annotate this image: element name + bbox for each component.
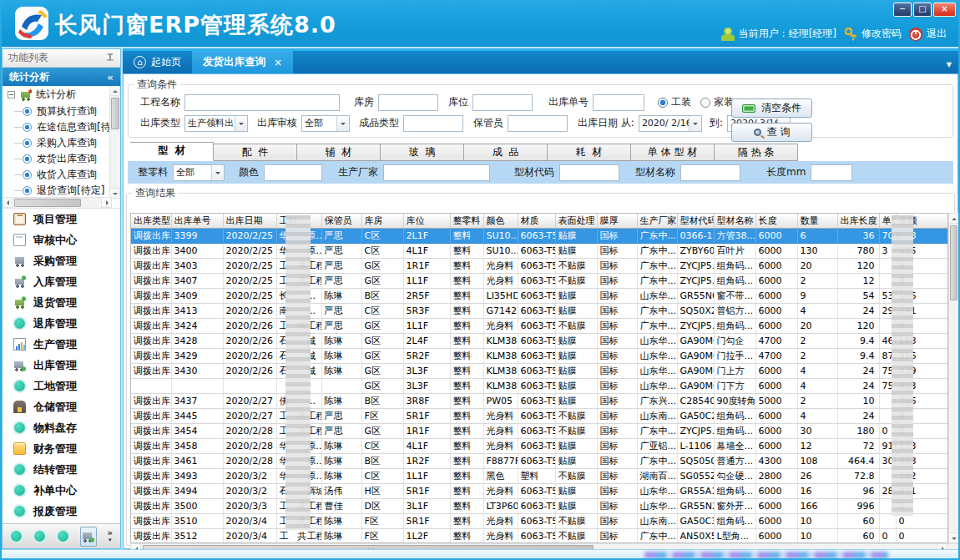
tree-horizontal-scrollbar[interactable] [3,197,111,208]
table-row[interactable]: 调拨出库34582020/2/28华 原..陈琳C区4L1F整料光身料6063-… [131,438,948,453]
column-header[interactable]: 颜色 [483,214,518,228]
profile-name-input[interactable] [680,164,740,181]
table-row[interactable]: 调拨出库34932020/3/2华 原..陈琳C区1L1F整料黑色塑料不贴膜国标… [131,468,948,483]
whole-part-select[interactable]: 全部 [173,164,225,181]
material-tab[interactable]: 玻 璃 [381,144,464,161]
date-from-select[interactable]: 2020/ 2/16 [639,115,702,132]
project-name-input[interactable] [184,94,340,111]
material-tab[interactable]: 辅 材 [297,144,381,161]
collapsed-group-button[interactable] [80,527,97,547]
tree-item[interactable]: 发货出库查询 [3,151,120,167]
circle-icon[interactable] [11,531,22,542]
sidebar-item-site-management[interactable]: 工地管理 [3,376,120,396]
table-row[interactable]: 调拨出库34942020/3/2石 辉城汤伟H区5R1F整料光身料6063-T5… [131,483,948,498]
circle-icon[interactable] [34,531,45,542]
sidebar-item-project-management[interactable]: 项目管理 [3,209,120,230]
column-header[interactable]: 出库单号 [171,214,223,228]
column-header[interactable]: 出库长度 [837,214,879,228]
column-header[interactable]: 生产厂家 [637,214,677,228]
logout-button[interactable]: 退出 [909,27,947,41]
column-header[interactable]: 长度 [755,214,797,228]
radio-gongzhuang[interactable]: 工装 [658,95,691,109]
sidebar-item-finance-management[interactable]: 财务管理 [3,438,120,459]
table-row[interactable]: 调拨出库34612020/2/28华 原..陈琳B区1R2F整料F8877FT6… [131,453,948,468]
tree-item[interactable]: 采购入库查询 [3,135,120,151]
scroll-up-icon[interactable] [948,213,959,224]
sidebar-item-carryover-management[interactable]: 结转管理 [3,459,120,480]
table-row[interactable]: 调拨出库34132020/2/26南 ...严思C区5R3F整料G7142260… [131,303,948,318]
tree-item[interactable]: 预算执行查询 [3,103,120,119]
outbound-audit-select[interactable]: 全部 [301,115,350,132]
table-row[interactable]: 调拨出库34072020/2/25工 共工程严思G区1L1F整料光身料6063-… [131,273,948,288]
configure-buttons-menu[interactable]: » ▾ [108,530,113,543]
search-button[interactable]: 查 询 [731,123,812,142]
table-row[interactable]: 调拨出库33992020/2/25华 原..严思C区2L1F整料SU10...6… [131,228,948,243]
column-header[interactable]: 出库类型 [131,214,171,228]
table-row[interactable]: 调拨出库34302020/2/26石 城陈琳G区3L3F整料KLM3817606… [131,363,948,378]
collapse-icon[interactable]: « [107,71,114,83]
location-input[interactable] [472,94,533,111]
sidebar-item-inbound-management[interactable]: 入库管理 [3,271,120,292]
column-header[interactable]: 材质 [518,214,555,228]
keeper-input[interactable] [508,115,568,132]
column-header[interactable]: 出库日期 [223,214,276,228]
sidebar-item-return-goods-management[interactable]: 退货管理 [3,292,120,313]
grid-vertical-scrollbar[interactable] [948,213,959,543]
table-row[interactable]: 调拨出库34282020/2/26石 城陈琳G区2L4F整料KLM3817606… [131,333,948,348]
close-tab-icon[interactable]: × [274,57,282,68]
tree-vertical-scrollbar[interactable] [109,86,120,198]
profile-code-input[interactable] [559,164,619,181]
tree-item[interactable]: 收货入库查询 [3,167,120,183]
column-header[interactable]: 膜厚 [597,214,637,228]
table-row[interactable]: 调拨出库35102020/3/4工 共工程陈琳F区5R1F整料光身料6063-T… [131,513,948,528]
warehouse-input[interactable] [378,94,438,111]
manufacturer-input[interactable] [383,164,490,181]
table-row[interactable]: 调拨出库34002020/2/25华 原..严思C区4L1F整料SU10...6… [131,243,948,258]
column-header[interactable]: 保管员 [321,214,361,228]
maximize-button[interactable]: □ [913,3,932,17]
radio-jiazhuang[interactable]: 家装 [700,95,734,109]
tab-shipment-outbound-query[interactable]: 发货出库查询 × [192,51,293,73]
sidebar-item-production-management[interactable]: 生产管理 [3,334,120,355]
table-row[interactable]: 调拨出库34372020/2/27佛 ...陈琳B区3R8F整料PW056063… [131,393,948,408]
sidebar-item-material-inventory[interactable]: 物料盘存 [3,417,120,438]
scroll-up-icon[interactable] [109,86,120,96]
material-tab[interactable]: 成 品 [464,144,548,161]
tab-home[interactable]: ⌂ 起始页 [123,51,192,73]
close-button[interactable]: × [933,3,956,17]
tree-expander-icon[interactable] [8,91,15,98]
scroll-thumb[interactable] [14,199,81,207]
sidebar-item-purchase-management[interactable]: 采购管理 [3,250,120,271]
table-row[interactable]: 调拨出库34092020/2/25长 ...陈琳B区2R5F整料LI35HD60… [131,288,948,303]
sidebar-item-warehouse-management[interactable]: 仓储管理 [3,396,120,417]
product-type-input[interactable] [403,115,463,132]
column-header[interactable]: 型材名称 [714,214,755,228]
change-password-button[interactable]: 修改密码 [844,27,902,41]
material-tab[interactable]: 型 材 [130,142,214,161]
pin-icon[interactable] [106,53,114,63]
outbound-type-select[interactable]: 生产领料出库 [184,115,248,132]
table-row[interactable]: 调拨出库34032020/2/25工 共工程严思G区1R1F整料光身料6063-… [131,258,948,273]
circle-icon[interactable] [58,531,68,542]
material-tab[interactable]: 配 件 [214,144,297,161]
clear-conditions-button[interactable]: 清空条件 [731,98,812,118]
column-header[interactable]: 库位 [403,214,450,228]
column-header[interactable]: 型材代码 [677,214,714,228]
tree-root-statistics[interactable]: 统计分析 [3,86,120,103]
table-row[interactable]: 调拨出库34242020/2/26工 共工程严思G区1L1F整料光身料6063-… [131,318,948,333]
scroll-left-icon[interactable] [3,197,13,208]
table-row[interactable]: G区3L3F整料KLM38176063-T5贴膜国标山东华...GA90M09.… [131,378,948,393]
sidebar-section-header[interactable]: 统计分析 « [3,68,120,86]
tree-item[interactable]: 在途信息查询[待 [3,119,120,135]
table-row[interactable]: 调拨出库34542020/2/28工 共工程严思G区1R1F整料光身料6063-… [131,423,948,438]
column-header[interactable]: 库房 [361,214,403,228]
column-header[interactable]: 数量 [797,214,837,228]
scroll-down-icon[interactable] [948,532,959,543]
sidebar-item-outbound-management[interactable]: 出库管理 [3,355,120,376]
tab-overflow-icon[interactable]: ▼ [947,61,952,68]
sidebar-item-audit-center[interactable]: 审核中心 [3,230,120,250]
length-input[interactable] [811,164,852,181]
sidebar-item-scrap-management[interactable]: 报废管理 [3,501,120,522]
scroll-right-icon[interactable] [101,197,112,208]
table-row[interactable]: 调拨出库35002020/3/3工 共工程曹佳D区3L1F整料LT3P60606… [131,498,948,513]
